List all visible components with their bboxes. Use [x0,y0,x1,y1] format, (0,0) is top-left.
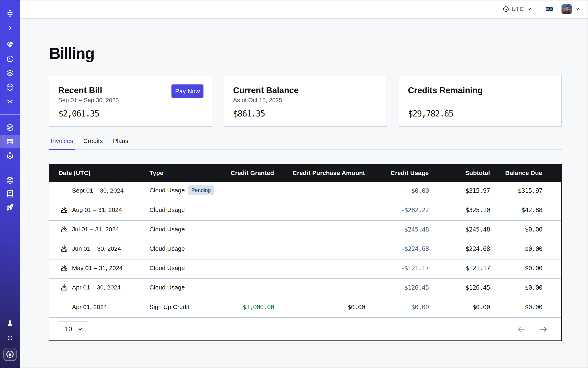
credit-granted-cell [227,279,274,298]
sidebar-item-settings[interactable] [0,149,20,162]
table-row: Sept 01 – 30, 2024Cloud UsagePending$0.0… [49,182,561,201]
credit-usage-value: -$121.17 [401,264,429,272]
sidebar-item-dashboards[interactable] [0,121,20,134]
avatar[interactable] [561,4,572,14]
recent-bill-amount: $2,061.35 [58,109,99,119]
invoice-date: Sept 01 – 30, 2024 [72,187,124,194]
timezone-label: UTC [512,6,524,12]
invoice-type: Cloud Usage [149,187,185,193]
credit-purchase-amount-cell [274,201,365,221]
card-title: Credits Remaining [408,85,552,95]
sidebar-item-observe[interactable] [0,38,20,50]
credit-granted-value: $1,000.00 [243,303,274,311]
pay-now-button[interactable]: Pay Now [172,84,203,98]
subtotal-cell: $224.68 [429,240,490,259]
page-title: Billing [49,44,94,63]
column-header: Subtotal [429,164,490,182]
credit-usage-cell: -$245.48 [365,221,429,240]
glasses-icon [545,5,553,13]
sidebar-item-docs[interactable] [0,187,20,200]
subtotal-value: $126.45 [465,284,490,291]
subtotal-value: $325.10 [465,206,490,214]
table-row: Apr 01, 2024Sign Up Credit$1,000.00$0.00… [49,298,561,317]
download-invoice-icon[interactable] [61,264,68,272]
invoice-type: Sign Up Credit [149,304,189,310]
sidebar-item-theme[interactable] [0,332,20,344]
credit-purchase-amount-cell: $0.00 [274,298,365,317]
summary-cards: Recent Bill Sep 01 – Sep 30, 2025 $2,061… [49,76,562,127]
sidebar-item-billing[interactable] [0,135,20,148]
balance-due-cell: $42.88 [490,201,561,221]
next-page-button[interactable] [539,325,548,334]
sidebar-item-help[interactable] [0,174,20,187]
credit-purchase-amount-cell [274,259,365,279]
download-invoice-icon[interactable] [61,284,68,291]
download-invoice-icon[interactable] [61,206,68,214]
previous-page-button[interactable] [517,325,526,334]
column-header: Credit Purchase Amount [274,164,365,182]
credit-granted-cell: $1,000.00 [227,298,274,317]
tab-credits[interactable]: Credits [81,138,105,149]
credit-usage-cell: $0.00 [365,182,429,201]
timezone-selector[interactable]: UTC [503,6,532,12]
chevron-down-icon [575,7,580,12]
sidebar-divider [0,114,20,115]
sidebar-divider [0,168,20,168]
credit-granted-cell [227,182,274,201]
tab-invoices[interactable]: Invoices [49,138,75,149]
invoice-type: Cloud Usage [149,284,185,291]
balance-due-value: $315.97 [518,187,542,194]
subtotal-cell: $245.48 [429,221,490,240]
invoice-date: Apr 01 – 30, 2024 [72,284,121,291]
credit-usage-value: $0.00 [411,303,429,311]
view-mode-button[interactable] [545,5,553,13]
credits-remaining-card: Credits Remaining $29,782.65 [398,76,562,127]
balance-due-value: $0.00 [525,245,542,252]
page-size-select[interactable]: 10 [59,321,88,337]
sidebar-item-dags[interactable] [0,95,20,108]
invoice-date: Jun 01 – 30, 2024 [72,245,121,252]
sidebar-expand-button[interactable] [0,22,20,35]
table-footer: 10 [49,317,561,340]
sidebar-item-deployments[interactable] [0,81,20,93]
credit-granted-cell [227,221,274,240]
sidebar-credits-badge-button[interactable] [3,348,17,361]
download-invoice-icon[interactable] [61,245,68,252]
subtotal-cell: $121.17 [429,259,490,279]
balance-due-cell: $315.97 [490,182,561,201]
column-header: Date (UTC) [49,164,146,182]
current-balance-amount: $861.35 [233,109,265,119]
invoice-type: Cloud Usage [149,265,185,271]
invoice-type: Cloud Usage [149,206,185,213]
download-invoice-icon[interactable] [61,226,68,233]
astro-logo-icon[interactable] [0,7,20,20]
invoice-date: May 01 – 31, 2024 [72,265,123,272]
credit-usage-cell: -$282.22 [365,201,429,221]
subtotal-value: $315.97 [465,187,490,194]
sidebar-item-labs[interactable] [0,317,20,330]
credit-usage-cell: -$126.45 [365,279,429,298]
chevron-down-icon [77,327,83,332]
credit-purchase-amount-cell [274,221,365,240]
credit-purchase-amount-cell [274,279,365,298]
invoice-date: Jul 01 – 31, 2024 [72,226,119,233]
credit-purchase-amount-cell [274,240,365,259]
credit-purchase-amount-cell [274,182,365,201]
page-size-value: 10 [65,325,72,333]
subtotal-value: $245.48 [465,226,490,233]
recent-bill-card: Recent Bill Sep 01 – Sep 30, 2025 $2,061… [49,76,212,127]
table-row: Aug 01 – 31, 2024Cloud Usage-$282.22$325… [49,201,561,221]
user-menu-button[interactable] [575,7,580,12]
subtotal-cell: $126.45 [429,279,490,298]
download-placeholder [61,187,68,194]
table-row: Jul 01 – 31, 2024Cloud Usage-$245.48$245… [49,221,561,240]
balance-due-cell: $0.00 [490,221,561,240]
invoice-date: Aug 01 – 31, 2024 [72,206,122,213]
sidebar-item-time-machine[interactable] [0,53,20,65]
invoice-type: Cloud Usage [149,226,185,232]
sidebar-item-getting-started[interactable] [0,201,20,214]
column-header: Type [146,164,227,182]
tab-plans[interactable]: Plans [111,138,130,149]
sidebar-item-environments[interactable] [0,67,20,79]
balance-due-value: $0.00 [525,226,542,233]
